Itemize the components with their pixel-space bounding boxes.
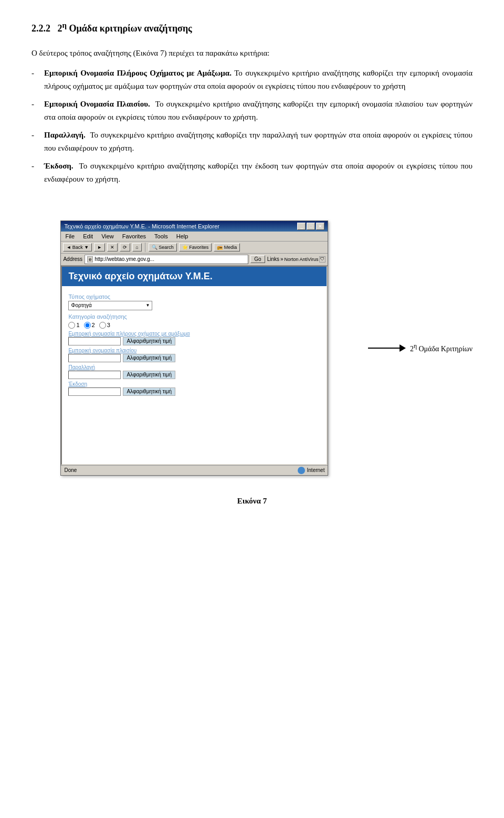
section-title-main: Ομάδα κριτηρίων αναζήτησης xyxy=(69,23,192,34)
menu-view[interactable]: View xyxy=(99,233,116,240)
figure-caption: Εικόνα 7 xyxy=(32,497,472,506)
address-input[interactable]: e http://webtao.yme.gov.g... xyxy=(85,255,248,264)
bullet3-text: Το συγκεκριμένο κριτήριο αναζήτησης καθο… xyxy=(44,131,472,153)
browser-statusbar: Done Internet xyxy=(61,465,328,475)
field2-input-row: Αλφαριθμητική τιμή xyxy=(68,354,320,362)
bullet2-label: Εμπορική Ονομασία Πλαισίου. xyxy=(44,100,150,108)
vehicle-dropdown-value: Φορτηγά xyxy=(71,302,91,308)
address-bar: Address e http://webtao.yme.gov.g... Go … xyxy=(61,254,328,266)
list-item: - Έκδοση. Το συγκεκριμένο κριτήριο αναζή… xyxy=(32,160,472,186)
maximize-button[interactable]: □ xyxy=(307,223,315,230)
titlebar-buttons: _ □ ✕ xyxy=(297,223,324,230)
list-item: - Παραλλαγή. Το συγκεκριμένο κριτήριο αν… xyxy=(32,129,472,155)
field4-alpha-label: Αλφαριθμητική τιμή xyxy=(123,387,175,396)
links-chevron: » xyxy=(280,256,284,262)
status-done-text: Done xyxy=(64,467,77,473)
vehicle-type-row: Φορτηγά ▼ xyxy=(68,301,320,310)
field4-label: Έκδοση xyxy=(68,381,320,387)
status-internet-text: Internet xyxy=(307,467,325,473)
arrow-shape xyxy=(368,344,406,352)
status-internet: Internet xyxy=(298,467,325,474)
browser-title: Τεχνικό αρχείο οχημάτων Υ.Μ.Ε. - Microso… xyxy=(64,223,219,229)
dropdown-arrow-icon: ▼ xyxy=(146,303,150,308)
bullet4-label: Έκδοση. xyxy=(44,162,74,170)
bullet4-text: Το συγκεκριμένο κριτήριο αναζήτησης καθο… xyxy=(44,162,472,184)
links-label: Links xyxy=(267,256,279,262)
search-button[interactable]: 🔍 Search xyxy=(149,243,177,251)
go-button[interactable]: Go xyxy=(250,255,265,263)
back-button[interactable]: ◄ Back ▼ xyxy=(63,243,92,251)
vehicle-dropdown[interactable]: Φορτηγά ▼ xyxy=(68,301,152,310)
favorites-button[interactable]: ⭐ Favorites xyxy=(179,243,212,251)
norton-label: Norton AntiVirus xyxy=(285,257,319,262)
bullet-dash: - xyxy=(32,160,44,186)
radio-option-2[interactable]: 2 xyxy=(84,322,95,329)
field1-input[interactable] xyxy=(68,337,121,345)
field4-input[interactable] xyxy=(68,387,121,396)
menu-favorites[interactable]: Favorites xyxy=(120,233,148,240)
minimize-button[interactable]: _ xyxy=(297,223,306,230)
radio-option-1[interactable]: 1 xyxy=(68,322,79,329)
arrow-superscript: η xyxy=(414,343,417,350)
bullet1-label: Εμπορική Ονομασία Πλήρους Οχήματος με Αμ… xyxy=(44,69,232,77)
home-button[interactable]: ⌂ xyxy=(132,243,141,251)
bullet3-label: Παραλλαγή. xyxy=(44,131,86,139)
address-value: http://webtao.yme.gov.g... xyxy=(94,256,154,262)
radio-1[interactable] xyxy=(68,322,75,329)
page-header-text: Τεχνικό αρχείο οχημάτων Υ.Μ.Ε. xyxy=(68,271,212,281)
search-category-label: Κατηγορία αναζήτησης xyxy=(68,313,320,320)
field1-label: Εμπορική ονομασία πλήρους οχήματος με αμ… xyxy=(68,331,320,337)
field2-alpha-label: Αλφαριθμητική τιμή xyxy=(123,354,175,362)
browser-menubar: File Edit View Favorites Tools Help xyxy=(61,232,328,242)
section-title: 2.2.2 2η Ομάδα κριτηρίων αναζήτησης xyxy=(32,21,472,34)
arrow-text: 2η Ομάδα Κριτηρίων xyxy=(410,343,472,353)
field3-input[interactable] xyxy=(68,371,121,379)
section-number: 2.2.2 xyxy=(32,23,50,34)
browser-toolbar: ◄ Back ▼ ► ✕ ⟳ ⌂ 🔍 Search ⭐ Favorites 📻 … xyxy=(61,242,328,254)
menu-help[interactable]: Help xyxy=(174,233,191,240)
field3-alpha-label: Αλφαριθμητική τιμή xyxy=(123,371,175,379)
field1-input-row: Αλφαριθμητική τιμή xyxy=(68,337,320,345)
radio-3[interactable] xyxy=(99,322,106,329)
bullet-content-2: Εμπορική Ονομασία Πλαισίου. Το συγκεκριμ… xyxy=(44,98,472,124)
stop-button[interactable]: ✕ xyxy=(107,243,118,251)
field4-input-row: Αλφαριθμητική τιμή xyxy=(68,387,320,396)
radio-2[interactable] xyxy=(84,322,91,329)
list-item: - Εμπορική Ονομασία Πλαισίου. Το συγκεκρ… xyxy=(32,98,472,124)
status-done: Done xyxy=(64,467,77,473)
field2-label: Εμπορική ονομασία πλαισίου xyxy=(68,348,320,353)
field3-label: Παραλλαγή xyxy=(68,364,320,370)
browser-content: Τεχνικό αρχείο οχημάτων Υ.Μ.Ε. Τύπος οχή… xyxy=(61,266,328,465)
toolbar-separator xyxy=(145,243,145,252)
bullet-dash: - xyxy=(32,67,44,93)
address-label: Address xyxy=(63,256,82,262)
menu-tools[interactable]: Tools xyxy=(152,233,170,240)
menu-edit[interactable]: Edit xyxy=(81,233,95,240)
close-button[interactable]: ✕ xyxy=(316,223,324,230)
menu-file[interactable]: File xyxy=(63,233,77,240)
media-button[interactable]: 📻 Media xyxy=(214,243,240,251)
field1-alpha-label: Αλφαριθμητική τιμή xyxy=(123,337,175,345)
bullet-dash: - xyxy=(32,129,44,155)
vehicle-type-label: Τύπος οχήματος xyxy=(68,293,320,300)
refresh-button[interactable]: ⟳ xyxy=(120,243,130,251)
arrow-head-icon xyxy=(400,344,406,352)
radio-option-3[interactable]: 3 xyxy=(99,322,110,329)
bullet-content-3: Παραλλαγή. Το συγκεκριμένο κριτήριο αναζ… xyxy=(44,129,472,155)
page-header: Τεχνικό αρχείο οχημάτων Υ.Μ.Ε. xyxy=(62,267,327,286)
arrow-line xyxy=(368,348,400,349)
forward-button[interactable]: ► xyxy=(94,243,105,251)
intro-text: Ο δεύτερος τρόπος αναζήτησης (Εικόνα 7) … xyxy=(32,49,269,57)
norton-icon: 🛡 xyxy=(319,256,326,263)
bullet-content-4: Έκδοση. Το συγκεκριμένο κριτήριο αναζήτη… xyxy=(44,160,472,186)
figure-wrapper: Τεχνικό αρχείο οχημάτων Υ.Μ.Ε. - Microso… xyxy=(32,205,472,491)
browser-titlebar: Τεχνικό αρχείο οχημάτων Υ.Μ.Ε. - Microso… xyxy=(61,221,328,232)
field2-input[interactable] xyxy=(68,354,121,362)
bullet-content-1: Εμπορική Ονομασία Πλήρους Οχήματος με Αμ… xyxy=(44,67,472,93)
globe-icon xyxy=(298,467,305,474)
browser-window: Τεχνικό αρχείο οχημάτων Υ.Μ.Ε. - Microso… xyxy=(60,221,328,476)
radio-group: 1 2 3 xyxy=(68,322,320,329)
figure-caption-text: Εικόνα 7 xyxy=(237,497,267,505)
bullet-dash: - xyxy=(32,98,44,124)
links-section: Links » Norton AntiVirus 🛡 xyxy=(267,256,326,263)
